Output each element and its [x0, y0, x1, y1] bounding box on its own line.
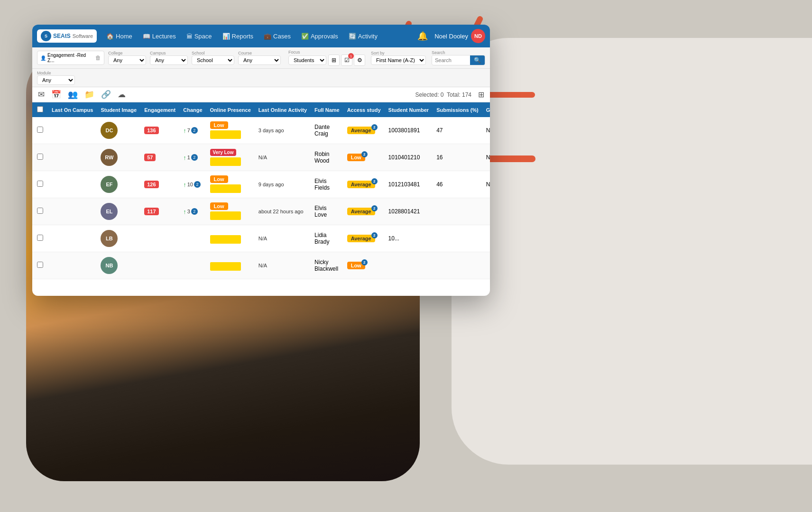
- cell-last-on-campus: [48, 198, 97, 225]
- course-label: Course: [238, 51, 281, 55]
- row-checkbox[interactable]: [37, 208, 43, 214]
- cell-checkbox: [32, 144, 48, 171]
- col-submissions: Submissions (%): [433, 102, 482, 117]
- cell-change: [179, 252, 206, 279]
- filter-bar-1: 👤 Engagement -Red Z... 🗑 College Any Cam…: [32, 47, 490, 69]
- table-row: EF 126 ↑ 10 2 Low 9 days ago Elvis Field…: [32, 171, 490, 198]
- cell-engagement: [140, 252, 179, 279]
- col-checkbox: [32, 102, 48, 117]
- nav-item-space[interactable]: 🏛 Space: [182, 30, 217, 43]
- reports-icon: 📊: [222, 33, 230, 40]
- nav-item-home[interactable]: 🏠 Home: [102, 30, 137, 43]
- cell-checkbox: [32, 198, 48, 225]
- cell-student-number: [385, 252, 433, 279]
- folder-icon[interactable]: 📁: [84, 90, 94, 100]
- nav-item-reports[interactable]: 📊 Reports: [218, 30, 258, 43]
- row-checkbox[interactable]: [37, 181, 43, 187]
- mail-icon[interactable]: ✉: [38, 90, 45, 100]
- cell-access-study: Average 2: [343, 225, 385, 252]
- logo-circle: S: [41, 31, 51, 41]
- row-checkbox[interactable]: [37, 235, 43, 241]
- home-icon: 🏠: [106, 33, 114, 40]
- cell-access-study: Average 2: [343, 117, 385, 144]
- cell-full-name: Elvis Love: [311, 198, 343, 225]
- campus-select[interactable]: Any: [150, 55, 188, 65]
- col-full-name: Full Name: [311, 102, 343, 117]
- focus-group: Focus Students ⊞ ☑ 1 ⚙: [288, 50, 365, 66]
- cell-online-presence: [206, 252, 255, 279]
- cell-last-online: N/A: [255, 252, 311, 279]
- nav-item-cases[interactable]: 💼 Cases: [259, 30, 295, 43]
- school-filter: School School: [192, 51, 234, 65]
- lectures-icon: 📖: [143, 33, 150, 40]
- module-filter: Module Any: [37, 71, 75, 85]
- nav-bell[interactable]: 🔔: [417, 31, 428, 41]
- tag-icon: 👤: [40, 55, 46, 61]
- cell-grades: N/A: [482, 144, 490, 171]
- college-select[interactable]: Any: [108, 55, 146, 65]
- cell-change: ↑ 10 2: [179, 171, 206, 198]
- toolbar: ✉ 📅 👥 📁 🔗 ☁ Selected: 0 Total: 174 ⊞: [32, 87, 490, 102]
- cell-online-presence: Low: [206, 117, 255, 144]
- cell-submissions: 16: [433, 144, 482, 171]
- nav-item-activity[interactable]: 🔄 Activity: [344, 30, 382, 43]
- nav-item-approvals[interactable]: ✅ Approvals: [296, 30, 343, 43]
- nav-item-lectures[interactable]: 📖 Lectures: [138, 30, 181, 43]
- users-icon[interactable]: 👥: [68, 90, 78, 100]
- calendar-icon[interactable]: 📅: [51, 90, 61, 100]
- module-label: Module: [37, 71, 75, 75]
- cell-last-on-campus: [48, 171, 97, 198]
- select-all-checkbox[interactable]: [37, 106, 43, 112]
- list-view-icon[interactable]: ☑ 1: [341, 55, 352, 66]
- sort-group: Sort by First Name (A-Z): [371, 51, 426, 65]
- focus-select[interactable]: Students: [288, 55, 326, 65]
- cell-student-number: 10...: [385, 225, 433, 252]
- engagement-filter-tag[interactable]: 👤 Engagement -Red Z... 🗑: [37, 51, 104, 65]
- cell-online-presence: Low: [206, 198, 255, 225]
- remove-tag-icon[interactable]: 🗑: [95, 55, 101, 61]
- table-row: NB N/A Nicky Blackwell Low 2: [32, 252, 490, 279]
- course-select[interactable]: Any: [238, 55, 281, 65]
- columns-icon[interactable]: ⊞: [478, 90, 484, 99]
- grid-view-icon[interactable]: ⊞: [328, 55, 340, 66]
- data-table: Last On Campus Student Image Engagement …: [32, 102, 490, 279]
- row-checkbox[interactable]: [37, 262, 43, 268]
- logo-software: Software: [73, 33, 93, 39]
- school-label: School: [192, 51, 234, 55]
- logo-seats: SEAtS: [53, 33, 71, 39]
- table-row: DC 136 ↑ 7 2 Low 3 days ago Dante Craig …: [32, 117, 490, 144]
- search-button[interactable]: 🔍: [470, 55, 485, 65]
- cases-icon: 💼: [264, 33, 271, 40]
- cell-change: [179, 225, 206, 252]
- nav-user-area: Noel Dooley ND: [434, 29, 485, 43]
- col-change: Change: [179, 102, 206, 117]
- cell-submissions: 47: [433, 117, 482, 144]
- cell-full-name: Elvis Fields: [311, 171, 343, 198]
- share-icon[interactable]: 🔗: [101, 90, 111, 100]
- cell-avatar: LB: [97, 225, 140, 252]
- cell-grades: N/A: [482, 117, 490, 144]
- cell-last-online: N/A: [255, 144, 311, 171]
- school-select[interactable]: School: [192, 55, 234, 65]
- cell-access-study: Low 2: [343, 144, 385, 171]
- nav-bar: S SEAtS Software 🏠 Home 📖 Lectures 🏛 Spa…: [32, 25, 490, 47]
- cell-avatar: EF: [97, 171, 140, 198]
- search-input[interactable]: [432, 56, 470, 64]
- campus-label: Campus: [150, 51, 188, 55]
- col-grades: Grades (%): [482, 102, 490, 117]
- cell-student-number: 1012103481: [385, 171, 433, 198]
- activity-icon: 🔄: [349, 33, 356, 40]
- search-label: Search: [432, 50, 485, 55]
- cell-avatar: DC: [97, 117, 140, 144]
- sort-select[interactable]: First Name (A-Z): [371, 55, 426, 65]
- module-select[interactable]: Any: [37, 75, 75, 85]
- settings-icon[interactable]: ⚙: [354, 55, 365, 66]
- col-access-study: Access study: [343, 102, 385, 117]
- focus-label: Focus: [288, 50, 365, 55]
- nav-space-label: Space: [194, 33, 212, 40]
- nav-logo: S SEAtS Software: [37, 29, 97, 43]
- cloud-icon[interactable]: ☁: [118, 90, 126, 100]
- row-checkbox[interactable]: [37, 127, 43, 133]
- cell-student-number: 1003801891: [385, 117, 433, 144]
- row-checkbox[interactable]: [37, 154, 43, 160]
